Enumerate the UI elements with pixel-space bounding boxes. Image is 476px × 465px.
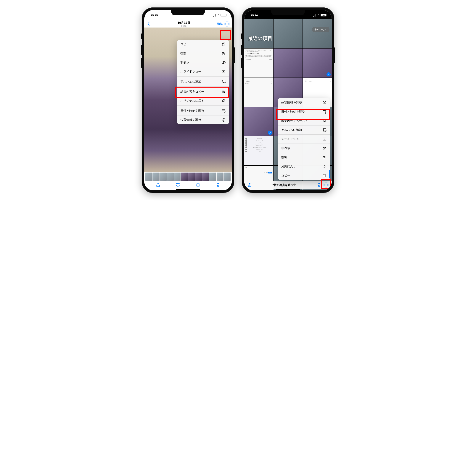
scroll-indicator xyxy=(329,170,330,178)
share-icon[interactable] xyxy=(156,183,160,187)
trash-icon[interactable] xyxy=(317,183,321,187)
grid-photo[interactable]: ✓ xyxy=(303,49,332,77)
eye-off-icon xyxy=(322,146,327,150)
status-time: 15:26 xyxy=(251,14,258,17)
menu-label: 複製 xyxy=(180,52,186,55)
home-indicator[interactable] xyxy=(276,189,300,190)
copy-icon xyxy=(322,173,327,178)
home-indicator[interactable] xyxy=(176,189,200,190)
menu-item-album-add[interactable]: アルバムに追加 xyxy=(177,77,229,87)
svg-point-2 xyxy=(228,23,229,24)
menu-label: お気に入り xyxy=(281,165,296,169)
cancel-button[interactable]: キャンセル xyxy=(312,27,329,32)
selected-check-icon: ✓ xyxy=(268,131,272,135)
wifi-icon xyxy=(217,14,220,16)
grid-photo[interactable]: これは、新品時と比較したバッテリー容量の基準です。容量が80%を下回ると、1日の… xyxy=(244,49,273,77)
menu-item-play[interactable]: スライドショー xyxy=(177,67,229,77)
menu-item-copy[interactable]: コピー xyxy=(278,171,330,180)
bottom-toolbar xyxy=(144,181,232,189)
menu-item-edit-copy[interactable]: 編集内容をコピー xyxy=(177,87,229,96)
menu-item-edit-paste[interactable]: 編集内容をペースト xyxy=(278,116,330,126)
bottom-toolbar: 7枚の写真を選択中 xyxy=(244,181,332,189)
iphone-frame-left: 15:25 89 10月12日 20:58 編集 xyxy=(142,7,234,193)
wifi-icon xyxy=(317,14,320,16)
menu-item-copy[interactable]: コピー xyxy=(177,40,229,49)
calendar-icon xyxy=(322,110,327,114)
notch xyxy=(171,10,205,15)
context-menu: コピー複製非表示スライドショーアルバムに追加編集内容をコピーオリジナルに戻す日付… xyxy=(177,40,229,124)
grid-photo[interactable] xyxy=(303,19,332,48)
album-add-icon xyxy=(322,128,327,132)
play-icon xyxy=(322,137,327,141)
battery-icon: 88 xyxy=(321,14,327,17)
more-button[interactable] xyxy=(323,182,329,188)
header-time: 20:58 xyxy=(151,25,217,27)
info-icon xyxy=(222,118,226,122)
menu-item-play[interactable]: スライドショー xyxy=(278,135,330,144)
menu-item-info[interactable]: 位置情報を調整 xyxy=(177,116,229,124)
selection-count-label: 7枚の写真を選択中 xyxy=(252,183,317,187)
svg-point-21 xyxy=(198,184,198,184)
heart-icon[interactable] xyxy=(176,183,180,187)
grid-photo[interactable]: バウンス⊕長時間露光◎Liveオフ⊘ xyxy=(244,78,273,107)
edit-paste-icon xyxy=(322,119,327,123)
menu-item-eye-off[interactable]: 非表示 xyxy=(177,58,229,67)
menu-label: 位置情報を調整 xyxy=(180,118,201,122)
edit-copy-icon xyxy=(222,90,226,94)
grid-photo[interactable]: ✓ xyxy=(244,107,273,136)
status-icons: 88 xyxy=(313,14,327,17)
status-time: 15:25 xyxy=(151,14,158,17)
selected-check-icon: ✓ xyxy=(327,72,331,76)
duplicate-icon xyxy=(322,155,327,159)
status-icons: 89 xyxy=(213,14,227,17)
power-button xyxy=(334,47,335,63)
info-icon[interactable] xyxy=(196,183,201,187)
grid-photo[interactable] xyxy=(274,19,302,48)
menu-item-info[interactable]: 位置情報を調整 xyxy=(278,98,330,107)
duplicate-icon xyxy=(222,51,226,55)
menu-item-calendar[interactable]: 日付と時刻を調整 xyxy=(177,106,229,116)
heart-icon xyxy=(322,164,327,169)
grid-photo[interactable] xyxy=(244,19,273,48)
more-button[interactable] xyxy=(224,21,230,27)
svg-point-37 xyxy=(324,184,325,186)
menu-item-revert[interactable]: オリジナルに戻す xyxy=(177,96,229,106)
menu-label: 編集内容をペースト xyxy=(281,119,308,123)
menu-label: アルバムに追加 xyxy=(180,80,201,84)
info-icon xyxy=(322,101,327,105)
grid-photo[interactable]: 集中モード›スクリーンタイム›一般›コントロールセンター›画面表示と明るさ›ホー… xyxy=(244,136,273,165)
svg-point-38 xyxy=(325,184,327,186)
menu-item-duplicate[interactable]: 複製 xyxy=(278,153,330,162)
share-icon[interactable] xyxy=(247,183,252,187)
menu-item-eye-off[interactable]: 非表示 xyxy=(278,144,330,153)
photo-thumbnail-strip[interactable] xyxy=(144,172,232,181)
edit-button[interactable]: 編集 xyxy=(217,22,223,26)
menu-item-heart[interactable]: お気に入り xyxy=(278,162,330,171)
screen-left: 15:25 89 10月12日 20:58 編集 xyxy=(144,10,232,190)
notch xyxy=(271,10,305,15)
menu-label: コピー xyxy=(281,174,290,178)
revert-icon xyxy=(222,99,226,103)
menu-label: 位置情報を調整 xyxy=(281,101,302,105)
menu-label: 非表示 xyxy=(281,146,290,150)
menu-label: オリジナルに戻す xyxy=(180,99,204,103)
svg-point-1 xyxy=(226,23,228,24)
menu-item-calendar[interactable]: 日付と時刻を調整 xyxy=(278,107,330,116)
grid-photo[interactable] xyxy=(274,49,302,77)
signal-icon xyxy=(313,14,316,17)
menu-label: 編集内容をコピー xyxy=(180,90,204,94)
battery-icon: 89 xyxy=(221,14,226,17)
menu-label: 非表示 xyxy=(180,61,189,64)
svg-point-15 xyxy=(222,99,225,102)
eye-off-icon xyxy=(222,60,226,64)
menu-item-album-add[interactable]: アルバムに追加 xyxy=(278,126,330,135)
back-button[interactable] xyxy=(146,21,151,27)
volume-down-button xyxy=(241,58,242,68)
header-title: 10月12日 20:58 xyxy=(151,21,217,27)
menu-item-duplicate[interactable]: 複製 xyxy=(177,49,229,58)
svg-point-19 xyxy=(223,119,224,119)
menu-label: スライドショー xyxy=(180,70,201,74)
calendar-icon xyxy=(222,109,226,113)
trash-icon[interactable] xyxy=(215,183,220,187)
copy-icon xyxy=(222,42,226,46)
